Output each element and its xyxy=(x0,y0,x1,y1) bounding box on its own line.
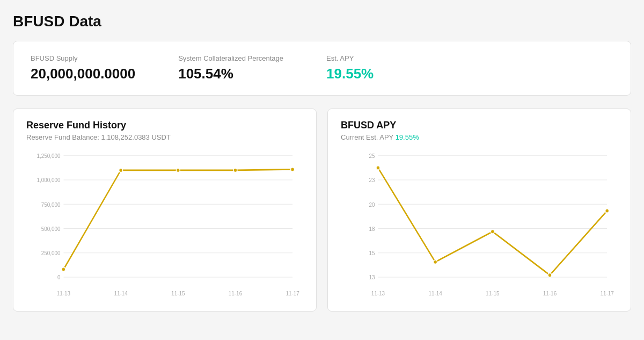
svg-text:1,000,000: 1,000,000 xyxy=(36,177,60,183)
collateral-label: System Collateralized Percentage xyxy=(178,54,283,62)
svg-point-40 xyxy=(434,260,437,264)
charts-row: Reserve Fund History Reserve Fund Balanc… xyxy=(13,108,631,312)
supply-value: 20,000,000.0000 xyxy=(31,66,135,82)
svg-point-43 xyxy=(605,209,609,213)
stat-collateral: System Collateralized Percentage 105.54% xyxy=(178,54,283,82)
svg-text:11-16: 11-16 xyxy=(229,291,243,296)
apy-subtitle-prefix: Current Est. APY xyxy=(341,133,396,141)
apy-chart-subtitle: Current Est. APY 19.55% xyxy=(341,133,618,141)
stats-card: BFUSD Supply 20,000,000.0000 System Coll… xyxy=(13,41,631,96)
svg-text:11-15: 11-15 xyxy=(171,291,185,296)
svg-text:11-16: 11-16 xyxy=(543,291,557,296)
svg-point-41 xyxy=(491,229,494,234)
svg-text:13: 13 xyxy=(369,274,375,280)
svg-point-42 xyxy=(548,273,552,277)
stat-supply: BFUSD Supply 20,000,000.0000 xyxy=(31,54,135,82)
apy-label: Est. APY xyxy=(326,54,374,62)
reserve-subtitle-value: 1,108,252.0383 USDT xyxy=(101,133,170,141)
svg-point-21 xyxy=(291,168,295,172)
svg-point-18 xyxy=(119,168,123,172)
apy-chart-area: 25232018151311-1311-1411-1511-1611-17 xyxy=(341,150,618,300)
apy-chart-card: BFUSD APY Current Est. APY 19.55% 252320… xyxy=(327,108,631,312)
svg-text:23: 23 xyxy=(369,177,375,183)
reserve-chart-card: Reserve Fund History Reserve Fund Balanc… xyxy=(13,108,317,312)
reserve-svg: 1,250,0001,000,000750,000500,000250,0000… xyxy=(26,150,303,300)
apy-subtitle-value: 19.55% xyxy=(396,133,419,141)
reserve-subtitle-prefix: Reserve Fund Balance: xyxy=(26,133,101,141)
svg-text:11-17: 11-17 xyxy=(600,291,614,296)
svg-text:15: 15 xyxy=(369,250,375,256)
svg-text:11-14: 11-14 xyxy=(428,291,442,296)
reserve-chart-subtitle: Reserve Fund Balance: 1,108,252.0383 USD… xyxy=(26,133,303,141)
svg-text:25: 25 xyxy=(369,153,375,159)
supply-label: BFUSD Supply xyxy=(31,54,135,62)
reserve-chart-area: 1,250,0001,000,000750,000500,000250,0000… xyxy=(26,150,303,300)
svg-point-19 xyxy=(176,168,180,172)
svg-text:250,000: 250,000 xyxy=(41,250,61,256)
stat-apy: Est. APY 19.55% xyxy=(326,54,374,82)
svg-point-39 xyxy=(376,166,380,170)
apy-chart-title: BFUSD APY xyxy=(341,120,618,131)
svg-text:11-13: 11-13 xyxy=(371,291,385,296)
svg-point-17 xyxy=(62,267,65,272)
svg-text:0: 0 xyxy=(57,274,61,280)
svg-text:750,000: 750,000 xyxy=(41,201,61,207)
collateral-value: 105.54% xyxy=(178,66,283,82)
apy-value: 19.55% xyxy=(326,66,374,82)
svg-text:11-15: 11-15 xyxy=(486,291,500,296)
reserve-chart-title: Reserve Fund History xyxy=(26,120,303,131)
svg-point-20 xyxy=(233,168,237,172)
svg-text:500,000: 500,000 xyxy=(41,226,61,232)
svg-text:11-14: 11-14 xyxy=(114,291,128,296)
page-title: BFUSD Data xyxy=(13,13,631,30)
svg-text:11-13: 11-13 xyxy=(57,291,71,296)
apy-svg: 25232018151311-1311-1411-1511-1611-17 xyxy=(341,150,618,300)
svg-text:18: 18 xyxy=(369,226,375,232)
svg-text:11-17: 11-17 xyxy=(286,291,299,296)
svg-text:1,250,000: 1,250,000 xyxy=(36,153,60,159)
svg-text:20: 20 xyxy=(369,201,375,207)
